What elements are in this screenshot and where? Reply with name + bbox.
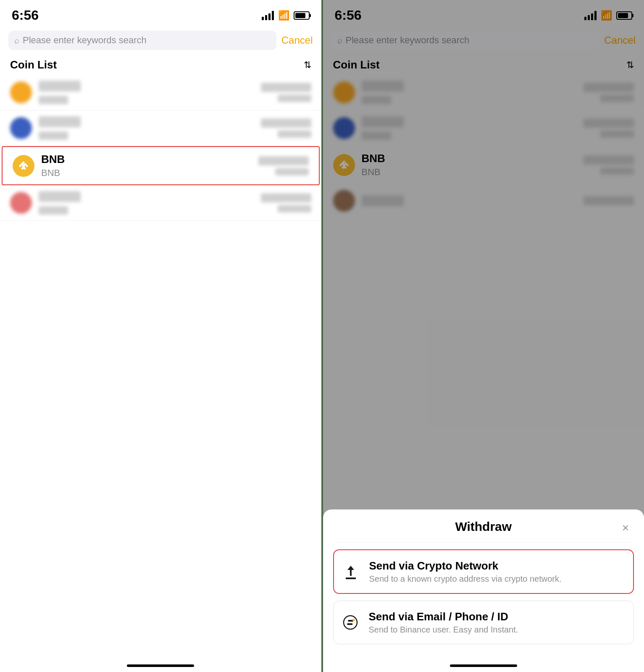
- bnb-change-blur: [275, 168, 309, 176]
- withdraw-bottom-sheet: Withdraw × Send via Crypto Network Send …: [323, 509, 644, 672]
- bnb-coin-item[interactable]: BNB BNB: [2, 146, 320, 185]
- coin-change-blur: [600, 94, 634, 102]
- table-row[interactable]: [0, 185, 321, 221]
- tag-icon-container: [340, 612, 360, 633]
- right-phone-panel: 6:56 📶 ⌕ Please enter keywords search: [323, 0, 644, 672]
- coin-info: [39, 191, 254, 215]
- right-content: 6:56 📶 ⌕ Please enter keywords search: [323, 0, 644, 672]
- right-bnb-coin-item: BNB BNB: [323, 146, 644, 184]
- crypto-option-desc: Send to a known crypto address via crypt…: [369, 574, 562, 584]
- sheet-close-button[interactable]: ×: [617, 520, 634, 536]
- email-option-text: Send via Email / Phone / ID Send to Bina…: [369, 610, 518, 635]
- send-email-option[interactable]: Send via Email / Phone / ID Send to Bina…: [333, 601, 634, 644]
- upload-icon-container: [341, 562, 361, 582]
- right-home-bar: [450, 664, 517, 667]
- sheet-bottom-spacer: [333, 651, 634, 672]
- bnb-value-blur: [258, 156, 309, 165]
- left-status-icons: 📶: [262, 10, 310, 21]
- email-option-desc: Send to Binance user. Easy and Instant.: [369, 625, 518, 635]
- table-row: [323, 75, 644, 110]
- coin-info: [362, 116, 577, 140]
- left-cancel-button[interactable]: Cancel: [281, 34, 313, 46]
- coin-info: [362, 81, 577, 104]
- coin-symbol-blur: [39, 131, 68, 140]
- right-wifi-icon: 📶: [601, 10, 612, 21]
- coin-icon: [333, 81, 355, 103]
- left-status-bar: 6:56 📶: [0, 0, 321, 27]
- crypto-option-title: Send via Crypto Network: [369, 559, 562, 572]
- tag-icon: [342, 614, 359, 631]
- coin-icon: [10, 81, 32, 103]
- coin-symbol-blur: [362, 96, 391, 104]
- right-search-placeholder: Please enter keywords search: [346, 35, 470, 46]
- right-search-input-container[interactable]: ⌕ Please enter keywords search: [331, 31, 599, 50]
- coin-right: [261, 83, 311, 102]
- coin-symbol-blur: [39, 96, 68, 104]
- table-row[interactable]: [0, 110, 321, 146]
- send-crypto-option[interactable]: Send via Crypto Network Send to a known …: [333, 549, 634, 594]
- coin-value-blur: [261, 193, 311, 202]
- left-search-bar: ⌕ Please enter keywords search Cancel: [0, 27, 321, 53]
- svg-point-0: [344, 616, 357, 629]
- email-option-title: Send via Email / Phone / ID: [369, 610, 518, 623]
- coin-right: [584, 196, 634, 205]
- coin-name-blur: [362, 116, 404, 127]
- right-search-icon: ⌕: [337, 36, 342, 45]
- right-bnb-name: BNB: [362, 152, 577, 165]
- coin-change-blur: [278, 94, 311, 102]
- right-bnb-change-blur: [600, 167, 634, 175]
- coin-info: [39, 116, 254, 140]
- sheet-header: Withdraw ×: [333, 520, 634, 543]
- left-wifi-icon: 📶: [278, 10, 289, 21]
- bnb-name: BNB: [41, 153, 252, 166]
- left-phone-panel: 6:56 📶 ⌕ Please enter keywords search Ca…: [0, 0, 321, 672]
- left-search-input-container[interactable]: ⌕ Please enter keywords search: [8, 31, 276, 50]
- left-home-indicator: [0, 651, 321, 672]
- bnb-symbol: BNB: [41, 168, 252, 178]
- left-search-icon: ⌕: [14, 36, 19, 45]
- bnb-right: [258, 156, 309, 176]
- coin-symbol-blur: [39, 206, 68, 215]
- right-cancel-button[interactable]: Cancel: [604, 34, 636, 46]
- coin-right: [584, 118, 634, 138]
- coin-symbol-blur: [362, 131, 391, 140]
- coin-info: [39, 81, 254, 104]
- right-signal-icon: [584, 11, 597, 20]
- right-search-bar: ⌕ Please enter keywords search Cancel: [323, 27, 644, 53]
- table-row: [323, 184, 644, 218]
- left-sort-icon[interactable]: ⇅: [304, 60, 311, 71]
- left-coin-list-title: Coin List: [10, 58, 57, 71]
- coin-name-blur: [362, 195, 404, 206]
- left-battery-icon: [294, 11, 310, 20]
- right-bnb-value-blur: [584, 155, 634, 165]
- coin-name-blur: [362, 81, 404, 92]
- right-coin-list-title: Coin List: [333, 58, 380, 71]
- table-row: [323, 110, 644, 146]
- right-bnb-info: BNB BNB: [362, 152, 577, 178]
- coin-name-blur: [39, 191, 81, 202]
- coin-value-blur: [584, 118, 634, 128]
- right-sort-icon[interactable]: ⇅: [626, 60, 634, 71]
- coin-name-blur: [39, 116, 81, 127]
- coin-value-blur: [261, 83, 311, 92]
- coin-value-blur: [584, 83, 634, 92]
- right-status-bar: 6:56 📶: [323, 0, 644, 27]
- coin-right: [261, 118, 311, 138]
- coin-icon: [10, 192, 32, 214]
- coin-change-blur: [278, 205, 311, 213]
- svg-point-1: [352, 619, 355, 621]
- left-time: 6:56: [12, 8, 39, 23]
- upload-icon: [342, 563, 359, 580]
- right-bnb-icon: [333, 154, 355, 176]
- crypto-option-text: Send via Crypto Network Send to a known …: [369, 559, 562, 584]
- left-coin-list: BNB BNB: [0, 75, 321, 651]
- coin-change-blur: [278, 130, 311, 138]
- right-status-icons: 📶: [584, 10, 632, 21]
- sheet-title: Withdraw: [455, 520, 512, 534]
- coin-right: [261, 193, 311, 213]
- coin-change-blur: [600, 130, 634, 138]
- right-time: 6:56: [335, 8, 362, 23]
- coin-icon: [10, 117, 32, 139]
- table-row[interactable]: [0, 75, 321, 110]
- coin-info: [362, 195, 577, 206]
